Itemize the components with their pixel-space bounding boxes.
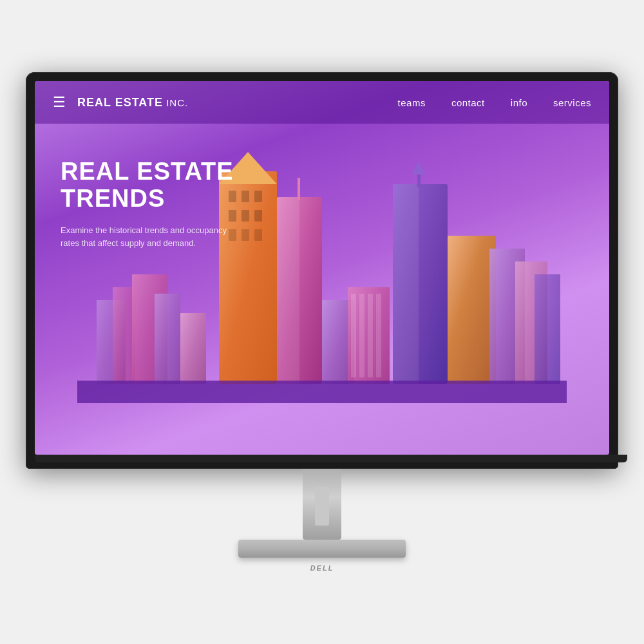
svg-rect-17 xyxy=(298,178,300,200)
svg-rect-25 xyxy=(535,274,560,384)
svg-rect-11 xyxy=(254,210,262,222)
logo-light: INC. xyxy=(163,97,188,108)
svg-rect-19 xyxy=(393,184,419,384)
monitor-stand-base xyxy=(238,540,406,558)
svg-rect-14 xyxy=(254,229,262,241)
svg-rect-1 xyxy=(113,287,135,384)
hero-title-line2: TRENDS xyxy=(61,185,165,212)
svg-rect-33 xyxy=(77,381,567,403)
svg-rect-3 xyxy=(155,294,180,384)
hero-title: REAL ESTATE TRENDS xyxy=(61,158,241,213)
monitor-outer: ☰ REAL ESTATE INC. teams contact info se… xyxy=(26,72,618,469)
svg-rect-26 xyxy=(180,313,206,384)
nav-link-teams[interactable]: teams xyxy=(398,97,426,108)
svg-rect-10 xyxy=(242,210,249,222)
hamburger-icon[interactable]: ☰ xyxy=(53,95,66,109)
website-content: ☰ REAL ESTATE INC. teams contact info se… xyxy=(35,81,609,455)
svg-rect-22 xyxy=(448,236,496,384)
svg-rect-29 xyxy=(351,294,356,377)
hero-section: REAL ESTATE TRENDS Examine the historica… xyxy=(61,158,241,251)
site-logo: REAL ESTATE INC. xyxy=(77,96,398,109)
hero-title-line1: REAL ESTATE xyxy=(61,158,234,185)
svg-rect-32 xyxy=(376,294,381,377)
svg-rect-7 xyxy=(242,191,249,202)
nav-link-services[interactable]: services xyxy=(553,97,591,108)
navbar: ☰ REAL ESTATE INC. teams contact info se… xyxy=(35,81,609,124)
monitor-stand-neck xyxy=(303,469,341,540)
svg-rect-13 xyxy=(242,229,249,241)
monitor-chin xyxy=(35,455,627,462)
svg-rect-30 xyxy=(359,294,365,377)
hero-description: Examine the historical trends and occupa… xyxy=(61,224,241,251)
svg-marker-21 xyxy=(412,162,425,175)
monitor-screen: ☰ REAL ESTATE INC. teams contact info se… xyxy=(35,81,609,455)
svg-rect-31 xyxy=(368,294,373,377)
monitor-wrapper: ☰ REAL ESTATE INC. teams contact info se… xyxy=(26,72,618,572)
brand-label: DELL xyxy=(310,564,334,572)
nav-links: teams contact info services xyxy=(398,97,591,108)
logo-bold: REAL ESTATE xyxy=(77,96,163,109)
svg-rect-8 xyxy=(254,191,262,202)
svg-rect-16 xyxy=(277,197,299,384)
nav-link-contact[interactable]: contact xyxy=(451,97,485,108)
nav-link-info[interactable]: info xyxy=(511,97,527,108)
